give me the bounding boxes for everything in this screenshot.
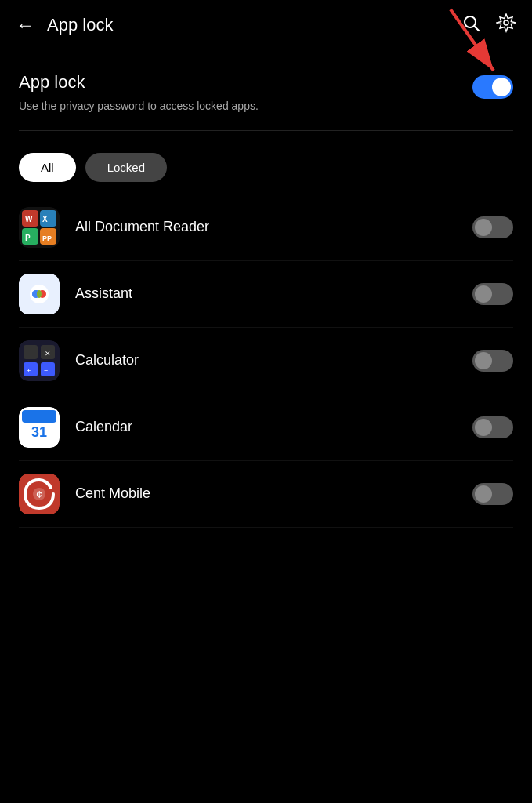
app-icon-assistant xyxy=(19,274,60,314)
app-toggle-centmobile[interactable] xyxy=(472,483,513,505)
svg-text:✕: ✕ xyxy=(45,350,51,358)
applock-section: App lock Use the privacy password to acc… xyxy=(0,50,532,130)
app-header: ← App lock xyxy=(0,0,532,50)
svg-text:X: X xyxy=(42,215,48,223)
app-toggle-calendar[interactable] xyxy=(472,416,513,438)
toggle-knob-docreader xyxy=(475,219,492,236)
page-title: App lock xyxy=(47,15,461,35)
app-icon-centmobile: ¢ xyxy=(19,474,60,514)
toggle-knob xyxy=(492,78,511,96)
app-item-assistant: Assistant xyxy=(19,261,513,328)
filter-all-button[interactable]: All xyxy=(19,153,76,182)
svg-rect-32 xyxy=(22,410,56,423)
app-name-assistant: Assistant xyxy=(75,285,472,302)
settings-icon[interactable] xyxy=(496,13,516,38)
app-name-centmobile: Cent Mobile xyxy=(75,485,472,502)
svg-point-3 xyxy=(504,20,508,25)
applock-text-group: App lock Use the privacy password to acc… xyxy=(19,72,259,114)
app-toggle-docreader[interactable] xyxy=(472,216,513,238)
svg-text:31: 31 xyxy=(31,424,47,440)
svg-line-1 xyxy=(475,27,480,31)
filter-row: All Locked xyxy=(0,131,532,194)
svg-marker-2 xyxy=(497,14,516,31)
app-icon-docreader: W X P PP xyxy=(19,207,60,248)
search-icon[interactable] xyxy=(461,13,480,37)
back-button[interactable]: ← xyxy=(16,14,34,36)
app-name-docreader: All Document Reader xyxy=(75,219,472,235)
toggle-knob-calculator xyxy=(475,352,492,369)
svg-text:–: – xyxy=(27,348,33,358)
svg-text:+: + xyxy=(27,367,31,375)
applock-description: Use the privacy password to access locke… xyxy=(19,99,259,114)
app-icon-calculator: – ✕ + = xyxy=(19,340,60,381)
app-item-calculator: – ✕ + = Calculator xyxy=(19,328,513,394)
svg-text:¢: ¢ xyxy=(36,489,42,500)
svg-text:P: P xyxy=(25,234,31,242)
svg-text:PP: PP xyxy=(42,234,52,242)
applock-title: App lock xyxy=(19,72,259,93)
filter-locked-button[interactable]: Locked xyxy=(85,153,167,182)
toggle-knob-assistant xyxy=(475,285,492,303)
applock-toggle[interactable] xyxy=(472,75,513,99)
toggle-knob-centmobile xyxy=(475,485,492,503)
app-item-calendar: 31 Calendar xyxy=(19,394,513,461)
app-item-centmobile: ¢ Cent Mobile xyxy=(19,461,513,528)
app-list: W X P PP All Document Reader Assistant xyxy=(0,194,532,528)
app-toggle-calculator[interactable] xyxy=(472,350,513,372)
app-icon-calendar: 31 xyxy=(19,407,60,448)
svg-text:W: W xyxy=(25,215,33,223)
app-name-calendar: Calendar xyxy=(75,419,472,435)
svg-point-21 xyxy=(37,290,42,298)
toggle-knob-calendar xyxy=(475,419,492,436)
header-actions xyxy=(461,13,516,38)
svg-text:=: = xyxy=(44,367,48,375)
app-item-docreader: W X P PP All Document Reader xyxy=(19,194,513,261)
app-toggle-assistant[interactable] xyxy=(472,283,513,305)
app-name-calculator: Calculator xyxy=(75,352,472,369)
